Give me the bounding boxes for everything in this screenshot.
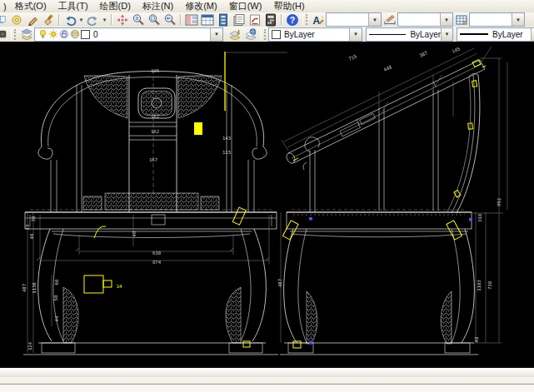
separator	[58, 14, 59, 25]
side-view	[280, 73, 480, 355]
chevron-down-icon[interactable]: ▼	[440, 13, 452, 26]
dimension-label: 58	[53, 295, 58, 300]
dimension-label: 738	[487, 280, 492, 290]
menu-item[interactable]: 格式(O)	[9, 0, 52, 12]
lineweight-value: ByLayer	[492, 30, 523, 39]
command-history	[0, 377, 534, 385]
menu-bar: )格式(O)工具(T)绘图(D)标注(N)修改(M)窗口(W)帮助(H)	[0, 0, 534, 13]
current-color-swatch	[272, 30, 281, 39]
sheetset-manager-icon[interactable]	[231, 13, 247, 27]
undo-dropdown-arrow[interactable]: ▼	[77, 17, 85, 22]
redo-dropdown-arrow[interactable]: ▼	[101, 17, 108, 22]
dimension-label: 40	[132, 231, 137, 237]
dimension-label: 44	[54, 315, 59, 321]
dimension-label: 387	[418, 50, 428, 58]
tool-palettes-icon[interactable]	[215, 13, 231, 27]
menu-item[interactable]: 窗口(W)	[223, 0, 268, 12]
toolbar-grip[interactable]	[11, 29, 16, 40]
dimension-label: 60	[54, 280, 59, 285]
table-style-combo[interactable]: ▼	[469, 12, 525, 27]
zoom-realtime-icon[interactable]: ±	[130, 13, 146, 27]
dimension-label: 1183	[477, 280, 482, 290]
dimension-label: 136	[151, 68, 159, 73]
lineweight-combo[interactable]: ByLayer ▼	[457, 27, 534, 42]
dimension-label: 448	[382, 64, 392, 72]
zoom-previous-icon[interactable]	[162, 13, 177, 27]
plot-on-icon[interactable]	[70, 29, 80, 39]
quickcalc-icon[interactable]	[262, 13, 278, 27]
dimension-label: 715	[347, 53, 357, 62]
linetype-combo[interactable]: ByLayer ▼	[366, 27, 453, 42]
layer-states-icon[interactable]	[242, 27, 258, 41]
drawing-canvas[interactable]: 1361621621431151674063087438234048711386…	[0, 42, 534, 368]
dimension-label: 162	[151, 129, 159, 134]
chevron-down-icon[interactable]: ▼	[210, 28, 222, 41]
separator	[111, 14, 112, 25]
undo-icon[interactable]	[62, 13, 77, 27]
properties-icon[interactable]	[183, 13, 199, 27]
layer-properties-icon[interactable]	[18, 27, 34, 41]
zoom-window-icon[interactable]	[146, 13, 162, 27]
linetype-value: ByLayer	[410, 30, 441, 39]
layers-toolbar: 0 ▼ ByLayer ▼ ByLayer ▼ ByLayer ▼	[0, 27, 534, 42]
chevron-down-icon[interactable]: ▼	[368, 13, 381, 26]
layer-previous-icon[interactable]	[227, 27, 242, 41]
chevron-down-icon[interactable]: ▼	[441, 28, 452, 41]
layer-name: 0	[93, 30, 98, 39]
help-icon[interactable]: ?	[284, 13, 300, 27]
sun-thawed-icon[interactable]	[48, 29, 58, 39]
standard-toolbar: ▼ ▼ ±	[0, 12, 534, 27]
text-style-combo[interactable]: ▼	[326, 12, 382, 27]
dimension-label: 487	[277, 279, 282, 287]
separator	[180, 14, 181, 25]
cad-drawing: 1361621621431151674063087438234048711386…	[0, 42, 534, 368]
redo-icon[interactable]	[85, 13, 101, 27]
color-value: ByLayer	[284, 30, 315, 39]
svg-text:A: A	[312, 14, 320, 26]
color-combo[interactable]: ByLayer ▼	[268, 27, 362, 42]
region-icon[interactable]	[8, 13, 24, 27]
dimension-label: 145	[451, 46, 461, 54]
menu-item[interactable]: 帮助(H)	[267, 0, 310, 12]
command-line[interactable]	[0, 385, 534, 392]
markup-set-manager-icon[interactable]	[247, 13, 262, 27]
menu-item[interactable]: )	[1, 2, 9, 12]
chevron-down-icon[interactable]: ▼	[349, 28, 362, 41]
dimension-label: 487	[22, 284, 27, 292]
separator	[281, 14, 282, 25]
pan-icon[interactable]	[114, 13, 130, 27]
front-view	[23, 70, 278, 355]
toolbar-grip[interactable]	[302, 14, 307, 25]
pencil-icon[interactable]	[24, 13, 40, 27]
dimension-label: 48	[474, 336, 479, 342]
toolbar-grip[interactable]	[261, 29, 266, 40]
menu-item[interactable]: 修改(M)	[179, 0, 223, 12]
autocad-window: )格式(O)工具(T)绘图(D)标注(N)修改(M)窗口(W)帮助(H) ▼ ▼…	[0, 0, 534, 392]
chevron-down-icon[interactable]: ▼	[512, 13, 524, 26]
linetype-sample	[369, 34, 406, 35]
dimension-label: 124	[27, 341, 32, 350]
menu-item[interactable]: 标注(N)	[137, 0, 179, 12]
chevron-down-icon[interactable]: ▼	[531, 28, 534, 41]
layer-combo[interactable]: 0 ▼	[34, 27, 223, 42]
text-style-icon: A	[310, 13, 326, 27]
lineweight-sample	[460, 33, 488, 35]
designcenter-icon[interactable]	[199, 13, 215, 27]
match-properties-icon[interactable]	[40, 13, 56, 27]
lock-unlocked-icon[interactable]	[59, 29, 69, 39]
copy-icon[interactable]	[0, 13, 8, 27]
render-icon[interactable]	[0, 27, 8, 41]
rail-detail	[285, 60, 485, 165]
dimension-label: 318	[477, 213, 482, 222]
dimension-label: 14	[117, 284, 122, 289]
dim-style-combo[interactable]: ▼	[397, 12, 453, 27]
dim-style-icon	[382, 13, 397, 27]
layer-color-swatch[interactable]	[81, 30, 90, 39]
bulb-on-icon[interactable]	[37, 29, 47, 39]
table-style-icon	[453, 13, 469, 27]
dimension-label: 1138	[32, 282, 37, 294]
menu-item[interactable]: 工具(T)	[52, 0, 94, 12]
menu-item[interactable]: 绘图(D)	[94, 0, 137, 12]
